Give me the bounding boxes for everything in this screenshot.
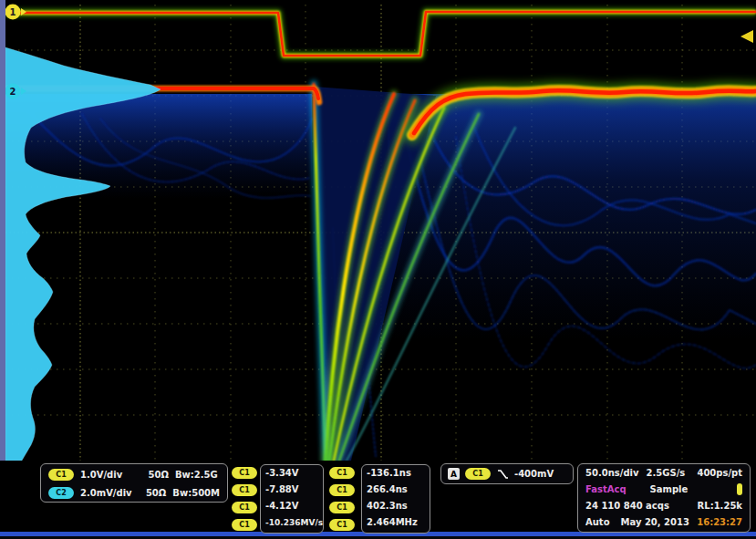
measurement-column-2[interactable]: -136.1ns 266.4ns 402.3ns 2.464MHz [361, 464, 430, 534]
trigger-readout-box[interactable]: A C1 -400mV [440, 463, 574, 484]
ch1-impedance: 50Ω [145, 470, 169, 480]
date-label: May 20, 2013 [621, 517, 689, 527]
sample-rate: 2.5GS/s [647, 468, 686, 478]
measurement-column-1[interactable]: -3.34V -7.88V -4.12V -10.236MV/s [260, 464, 324, 534]
meas8-value: 2.464MHz [362, 514, 430, 531]
intensity-indicator-icon[interactable] [737, 483, 742, 495]
meas4-source-badge: C1 [232, 519, 257, 531]
trigger-mode-label: Auto [585, 517, 610, 527]
meas6-source-badge: C1 [329, 484, 355, 496]
meas5-source-badge: C1 [329, 467, 355, 479]
meas7-source-badge: C1 [329, 502, 355, 513]
acq-style-label: Sample [650, 484, 689, 494]
trigger-level: -400mV [514, 469, 554, 479]
ch2-badge: C2 [48, 487, 74, 499]
meas2-value: -7.88V [261, 482, 323, 498]
record-length: RL:1.25k [698, 501, 742, 511]
readout-bar: C1 1.0V/div 50Ω Bw:2.5G C2 2.0mV/div 50Ω… [0, 461, 756, 532]
ch2-bandwidth: Bw:500M [172, 488, 220, 498]
sample-resolution: 400ps/pt [697, 468, 742, 478]
svg-text:1: 1 [10, 7, 16, 17]
waveform-display: 1 2 [0, 0, 756, 461]
meas3-value: -4.12V [261, 498, 323, 514]
meas1-value: -3.34V [261, 465, 323, 482]
left-bezel-strip [0, 0, 5, 534]
timebase-scale: 50.0ns/div [585, 468, 639, 478]
ch2-impedance: 50Ω [143, 488, 166, 498]
acq-count: 24 110 840 acqs [585, 501, 669, 511]
ch1-scale: 1.0V/div [80, 470, 139, 480]
ch2-scale: 2.0mV/div [80, 488, 137, 498]
ch1-readout-row[interactable]: C1 1.0V/div 50Ω Bw:2.5G [41, 464, 227, 482]
meas3-source-badge: C1 [232, 502, 257, 513]
meas2-source-badge: C1 [232, 484, 257, 496]
ch1-badge: C1 [48, 469, 74, 481]
time-label: 16:23:27 [697, 517, 742, 527]
trigger-a-badge: A [448, 468, 460, 480]
horizontal-readout-box[interactable]: 50.0ns/div 2.5GS/s 400ps/pt FastAcq Samp… [577, 463, 751, 533]
ch2-readout-row[interactable]: C2 2.0mV/div 50Ω Bw:500M [41, 482, 227, 501]
trigger-source-badge: C1 [465, 468, 491, 480]
meas7-value: 402.3ns [362, 498, 430, 514]
falling-edge-icon [496, 468, 509, 481]
meas6-value: 266.4ns [362, 482, 430, 498]
meas8-source-badge: C1 [329, 519, 355, 531]
fastacq-label: FastAcq [585, 484, 627, 494]
meas5-value: -136.1ns [362, 465, 430, 482]
meas1-source-badge: C1 [232, 467, 257, 479]
ch1-bandwidth: Bw:2.5G [175, 470, 218, 480]
meas4-value: -10.236MV/s [261, 514, 323, 531]
channel-readout-box[interactable]: C1 1.0V/div 50Ω Bw:2.5G C2 2.0mV/div 50Ω… [40, 463, 228, 503]
svg-text:2: 2 [10, 87, 16, 97]
